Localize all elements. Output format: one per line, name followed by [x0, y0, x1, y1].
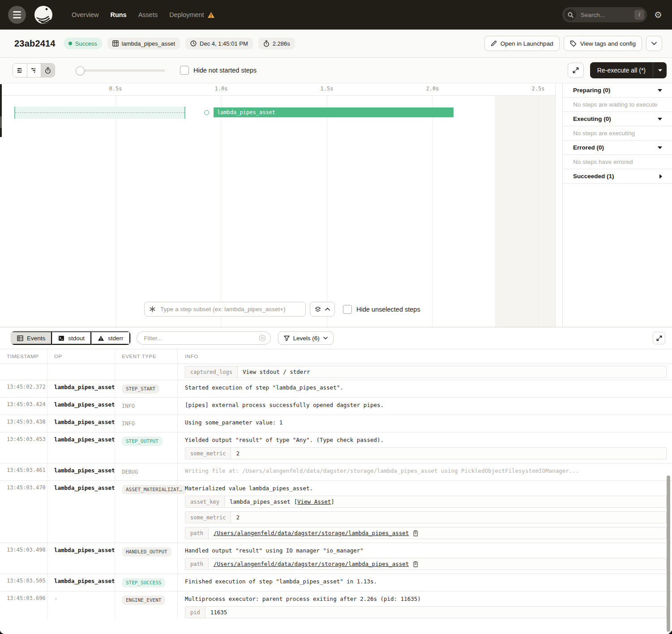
hide-not-started-checkbox[interactable]	[180, 66, 189, 75]
metadata-value-link[interactable]: /Users/alangenfeld/data/dagster/storage/…	[214, 530, 409, 536]
gantt-zoom-slider[interactable]	[76, 66, 165, 74]
step-subset-input[interactable]	[159, 305, 301, 313]
reexecute-all-button[interactable]: Re-execute all (*)	[590, 62, 653, 78]
log-event-type: INFO	[115, 398, 178, 415]
view-tags-config-button[interactable]: View tags and config	[564, 36, 642, 51]
top-nav: OverviewRunsAssetsDeployment / ⚙	[0, 0, 672, 30]
expand-icon	[573, 67, 579, 73]
flat-view-icon	[17, 67, 23, 73]
timed-view-button[interactable]	[41, 64, 55, 77]
levels-filter-button[interactable]: Levels (6)	[278, 331, 334, 345]
search-shortcut-key: /	[634, 10, 644, 20]
log-info-text: [pipes] external process successfully op…	[185, 401, 667, 409]
status-dot-icon	[68, 42, 72, 45]
event-type-badge: HANDLED_OUTPUT	[122, 547, 171, 557]
pencil-icon	[491, 40, 497, 47]
run-actions-menu-button[interactable]	[646, 36, 662, 51]
hide-unselected-checkbox[interactable]	[343, 305, 352, 314]
sidebar-section-preparing[interactable]: Preparing (0)	[563, 83, 672, 98]
view-asset-link[interactable]: View Asset	[297, 498, 331, 505]
log-event-type: DEBUG	[115, 463, 178, 480]
logs-filter-field[interactable]	[137, 331, 271, 345]
metadata-value-link[interactable]: /Users/alangenfeld/data/dagster/storage/…	[214, 561, 409, 567]
logs-scrollbar-thumb[interactable]	[667, 476, 670, 632]
axis-tick-label: 1.0s	[215, 86, 228, 92]
dagster-logo[interactable]	[34, 5, 53, 24]
hide-unselected-control: Hide unselected steps	[343, 305, 420, 314]
sidebar-section-succeeded[interactable]: Succeeded (1)	[563, 169, 672, 184]
metadata-value: /Users/alangenfeld/data/dagster/storage/…	[209, 558, 666, 570]
log-op: -	[47, 591, 115, 619]
metadata-entry: captured_logsView stdout / stderr	[185, 366, 667, 378]
run-tags: Success lambda_pipes_asset Dec 4, 1:45:0…	[64, 38, 295, 49]
sidebar-empty-text: No steps are waiting to execute	[573, 101, 657, 108]
nav-item-assets[interactable]: Assets	[138, 11, 158, 18]
metadata-key: pid	[185, 607, 205, 618]
step-subset-field[interactable]	[144, 302, 306, 317]
post-run-shaded-region	[495, 96, 555, 327]
metadata-key: path	[185, 558, 209, 570]
log-info-text: Started execution of step "lambda_pipes_…	[185, 384, 667, 391]
sidebar-section-errored[interactable]: Errored (0)	[563, 141, 672, 155]
gantt-step-bar[interactable]: lambda_pipes_asset	[214, 107, 454, 117]
log-op: lambda_pipes_asset	[47, 481, 115, 543]
slider-handle[interactable]	[76, 66, 85, 75]
table-icon	[17, 335, 23, 341]
menu-button[interactable]	[8, 6, 26, 24]
reexecute-menu-button[interactable]	[653, 62, 667, 78]
gantt-expand-button[interactable]	[568, 63, 584, 78]
sidebar-section-title: Preparing (0)	[573, 87, 610, 94]
gantt-scrollbar[interactable]	[0, 84, 2, 137]
log-op: lambda_pipes_asset	[47, 433, 115, 463]
gantt-toolbar: Hide not started steps Re-execute all (*…	[0, 58, 672, 83]
metadata-value: View stdout / stderr	[238, 366, 666, 377]
nav-item-overview[interactable]: Overview	[72, 11, 98, 18]
copy-icon[interactable]	[412, 530, 418, 536]
stopwatch-icon	[263, 40, 270, 47]
apply-subset-button[interactable]	[310, 302, 335, 317]
axis-gridline	[327, 96, 327, 327]
log-event-type: STEP_SUCCESS	[115, 574, 178, 591]
logs-expand-button[interactable]	[653, 332, 665, 344]
metadata-entry: pid11635	[185, 606, 667, 618]
hide-not-started-label: Hide not started steps	[193, 67, 257, 74]
sidebar-section-executing[interactable]: Executing (0)	[563, 112, 672, 126]
tab-stdout[interactable]: stdout	[52, 331, 91, 345]
metadata-entry: path/Users/alangenfeld/data/dagster/stor…	[185, 527, 667, 539]
gear-icon[interactable]: ⚙	[654, 10, 662, 19]
job-grid-icon	[112, 40, 119, 47]
log-row: captured_logsView stdout / stderr	[0, 364, 672, 380]
tab-events[interactable]: Events	[11, 331, 52, 345]
nav-item-runs[interactable]: Runs	[110, 11, 126, 18]
log-info: Finished execution of step "lambda_pipes…	[178, 574, 672, 591]
open-in-launchpad-button[interactable]: Open in Launchpad	[484, 36, 560, 51]
search-icon	[565, 9, 576, 21]
nav-item-deployment[interactable]: Deployment	[169, 11, 214, 18]
step-start-marker-icon	[204, 110, 209, 115]
waterfall-view-button[interactable]	[27, 64, 41, 77]
log-row: 13:45:03.498lambda_pipes_assetHANDLED_OU…	[0, 543, 672, 574]
log-info: Started execution of step "lambda_pipes_…	[178, 380, 672, 397]
clear-filter-icon[interactable]	[259, 334, 266, 342]
metadata-key: captured_logs	[185, 366, 238, 377]
axis-tick-label: 0.5s	[109, 86, 122, 92]
funnel-icon	[284, 335, 290, 341]
global-search[interactable]: /	[562, 7, 647, 22]
warning-icon	[207, 12, 215, 18]
sidebar-section-title: Succeeded (1)	[573, 173, 614, 180]
metadata-value-text: 2	[236, 450, 240, 457]
logs-filter-input[interactable]	[143, 334, 259, 342]
log-row: 13:45:03.505lambda_pipes_assetSTEP_SUCCE…	[0, 574, 672, 591]
log-op: lambda_pipes_asset	[47, 463, 115, 480]
log-timestamp: 13:45:03.424	[0, 398, 47, 415]
flat-view-button[interactable]	[13, 64, 27, 77]
step-status-sidebar: Preparing (0)No steps are waiting to exe…	[562, 83, 672, 327]
log-op: lambda_pipes_asset	[47, 398, 115, 415]
search-input[interactable]	[580, 11, 634, 19]
run-logs-panel: Eventsstdoutstderr Levels (6) TIMESTAMPO…	[0, 327, 672, 634]
chevron-down-icon	[323, 337, 328, 339]
tab-stderr[interactable]: stderr	[91, 331, 130, 345]
logs-toolbar: Eventsstdoutstderr Levels (6)	[0, 327, 672, 349]
job-tag[interactable]: lambda_pipes_asset	[107, 38, 180, 49]
copy-icon[interactable]	[412, 561, 418, 567]
